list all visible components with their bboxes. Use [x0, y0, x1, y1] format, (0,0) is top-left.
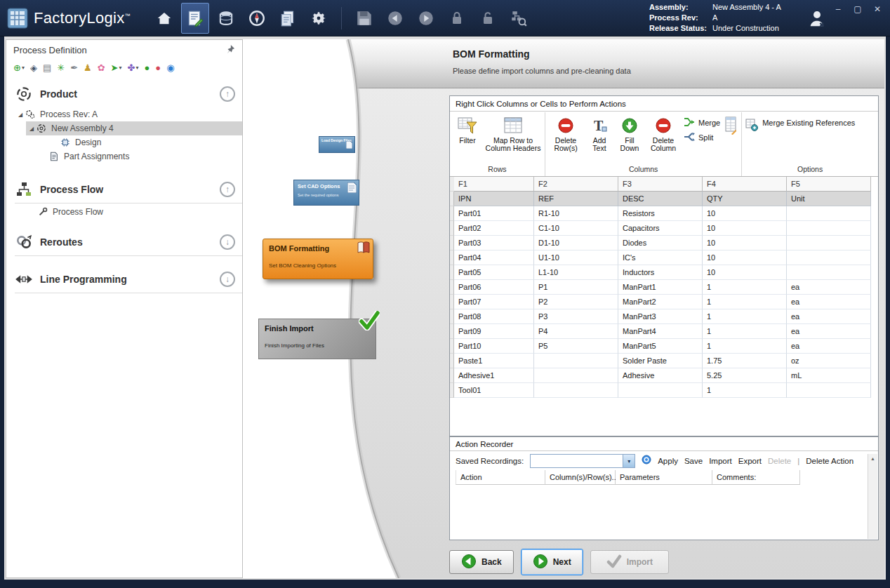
table-cell[interactable]: L1-10 — [534, 265, 618, 280]
table-cell[interactable]: P2 — [534, 295, 618, 309]
table-cell[interactable]: 1.75 — [703, 354, 787, 368]
sync-icon[interactable]: ✳ — [57, 63, 65, 73]
table-row[interactable]: Part05 L1-10 Inductors 10 — [450, 265, 878, 280]
process-definition-button[interactable] — [181, 3, 209, 34]
filter-button[interactable]: Filter — [453, 114, 481, 145]
wizard-step-set-cad-options[interactable]: Set CAD Options Set the required options — [293, 180, 359, 206]
expand-line-programming-button[interactable]: ↓ — [220, 272, 235, 287]
table-cell[interactable]: Resistors — [618, 206, 703, 221]
table-cell[interactable]: D1-10 — [534, 236, 618, 250]
table-cell[interactable]: mL — [787, 368, 871, 383]
table-cell[interactable]: P3 — [534, 309, 618, 324]
check-out-lock-button[interactable] — [443, 3, 471, 34]
back-button[interactable] — [381, 3, 409, 34]
add-icon[interactable]: ⊕▾ — [13, 63, 25, 73]
table-cell[interactable]: IC's — [618, 250, 703, 265]
pin-icon[interactable] — [225, 44, 235, 56]
table-edit-button[interactable] — [724, 114, 738, 135]
recorder-column-header[interactable]: Column(s)/Row(s)... — [545, 470, 616, 485]
table-cell[interactable]: P4 — [534, 324, 618, 339]
table-cell[interactable]: ea — [787, 309, 871, 324]
close-button[interactable]: ✕ — [872, 4, 883, 14]
table-cell[interactable]: 10 — [703, 250, 787, 265]
table-cell[interactable]: P1 — [534, 280, 618, 295]
table-cell[interactable]: Inductors — [618, 265, 703, 280]
table-cell[interactable]: ManPart5 — [618, 339, 703, 354]
column-header[interactable]: F5 — [787, 177, 871, 192]
expander-icon[interactable]: ◢ — [16, 112, 25, 118]
table-cell[interactable]: 1 — [703, 324, 787, 339]
import-recording-button[interactable]: Import — [709, 457, 732, 465]
table-cell[interactable] — [787, 206, 871, 221]
tree-item-process-rev[interactable]: ◢ Process Rev: A — [6, 107, 242, 121]
wizard-step-load-design-files[interactable]: Load Design Files — [319, 136, 355, 153]
table-cell[interactable]: 1 — [703, 309, 787, 324]
table-cell[interactable]: ea — [787, 295, 871, 309]
table-row[interactable]: Tool01 1 — [450, 383, 878, 398]
next-button[interactable]: Next — [521, 549, 583, 575]
apply-icon[interactable] — [642, 455, 651, 467]
table-cell[interactable]: Part03 — [454, 236, 534, 250]
table-cell[interactable]: ManPart3 — [618, 309, 703, 324]
table-cell[interactable]: Part08 — [454, 309, 534, 324]
table-cell[interactable]: Diodes — [618, 236, 703, 250]
tree-item-design[interactable]: Design — [6, 135, 242, 149]
table-cell[interactable]: 10 — [703, 206, 787, 221]
collapse-process-flow-button[interactable]: ↑ — [220, 182, 235, 197]
table-cell[interactable]: 1 — [703, 339, 787, 354]
table-cell[interactable]: ManPart1 — [618, 280, 703, 295]
table-cell[interactable] — [787, 250, 871, 265]
tree-item-new-assembly[interactable]: ◢ New Assembly 4 — [26, 121, 242, 135]
apply-button[interactable]: Apply — [658, 457, 678, 465]
share-icon[interactable]: ➤▾ — [111, 63, 122, 73]
print-icon[interactable]: ▤ — [43, 63, 51, 73]
table-row[interactable]: Part03 D1-10 Diodes 10 — [450, 236, 878, 250]
table-cell[interactable]: REF — [534, 192, 618, 206]
column-header[interactable]: F2 — [534, 177, 618, 192]
table-cell[interactable] — [787, 383, 871, 398]
table-row[interactable]: Part08 P3 ManPart3 1 ea — [450, 309, 878, 324]
table-cell[interactable]: Tool01 — [454, 383, 534, 398]
table-cell[interactable] — [534, 354, 618, 368]
table-cell[interactable]: DESC — [618, 192, 703, 206]
check-in-lock-button[interactable] — [474, 3, 502, 34]
table-cell[interactable]: oz — [787, 354, 871, 368]
map-header-row[interactable]: IPN REF DESC QTY Unit — [450, 192, 878, 206]
table-cell[interactable]: Part01 — [454, 206, 534, 221]
delete-recording-button[interactable]: Delete — [768, 457, 791, 465]
merge-button[interactable]: Merge — [684, 117, 720, 128]
table-cell[interactable]: 10 — [703, 265, 787, 280]
table-cell[interactable]: ea — [787, 280, 871, 295]
start-icon[interactable]: ● — [144, 63, 150, 73]
forward-button[interactable] — [412, 3, 440, 34]
scroll-up-icon[interactable]: ▲ — [868, 454, 877, 461]
maximize-button[interactable]: ▢ — [852, 4, 863, 14]
table-cell[interactable]: Part04 — [454, 250, 534, 265]
table-cell[interactable]: Paste1 — [454, 354, 534, 368]
add-text-button[interactable]: T Add Text — [586, 114, 613, 152]
table-cell[interactable]: Unit — [787, 192, 871, 206]
table-cell[interactable]: ManPart4 — [618, 324, 703, 339]
wizard-step-finish-import[interactable]: Finish Import Finish Importing of Files — [258, 319, 376, 359]
user-session-icon[interactable] — [804, 6, 830, 31]
table-cell[interactable]: P5 — [534, 339, 618, 354]
table-cell[interactable]: Solder Paste — [618, 354, 703, 368]
tree-item-process-flow[interactable]: Process Flow — [6, 205, 242, 219]
table-row[interactable]: Adhesive1 Adhesive 5.25 mL — [450, 368, 878, 383]
table-cell[interactable]: 10 — [703, 236, 787, 250]
table-cell[interactable] — [534, 368, 618, 383]
section-line-programming[interactable]: Line Programming ↓ — [6, 266, 242, 293]
table-cell[interactable]: Part06 — [454, 280, 534, 295]
table-row[interactable]: Part07 P2 ManPart2 1 ea — [450, 295, 878, 309]
table-cell[interactable]: 1 — [703, 295, 787, 309]
table-cell[interactable]: 1 — [703, 280, 787, 295]
wizard-step-bom-formatting[interactable]: BOM Formatting Set BOM Cleaning Options — [263, 239, 373, 279]
fill-down-button[interactable]: Fill Down — [616, 114, 643, 152]
table-cell[interactable]: Part09 — [454, 324, 534, 339]
table-cell[interactable]: ea — [787, 324, 871, 339]
delete-rows-button[interactable]: Delete Row(s) — [549, 114, 583, 152]
table-row[interactable]: Paste1 Solder Paste 1.75 oz — [450, 354, 878, 368]
materials-button[interactable] — [212, 3, 240, 34]
map-row-button[interactable]: Map Row to Column Headers — [485, 114, 541, 152]
table-cell[interactable]: C1-10 — [534, 221, 618, 236]
